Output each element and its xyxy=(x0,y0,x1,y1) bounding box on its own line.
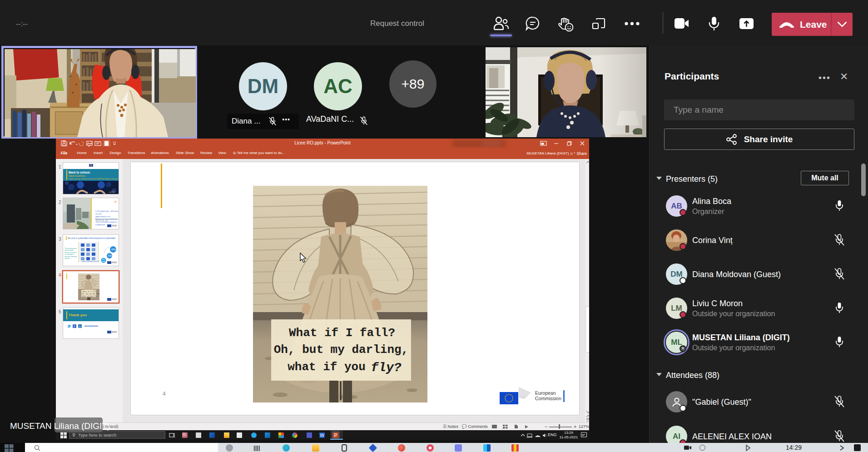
svg-text:eu2021: eu2021 xyxy=(109,191,115,193)
svg-text:what if you fly?: what if you fly? xyxy=(82,295,98,297)
svg-text:100% of schools use ICT in mid: 100% of schools use ICT in middle 2025 xyxy=(82,261,99,263)
svg-text:33%: 33% xyxy=(108,255,112,257)
svg-text:46%: 46% xyxy=(111,248,116,251)
svg-text:f: f xyxy=(74,325,75,328)
svg-text:in: in xyxy=(79,325,81,328)
svg-text:what if you: what if you xyxy=(288,360,366,374)
svg-text:Commission: Commission xyxy=(535,396,561,401)
svg-text:fly?: fly? xyxy=(371,361,401,375)
svg-text:Oh, but my darling,: Oh, but my darling, xyxy=(82,293,99,295)
svg-text:What if I fall?: What if I fall? xyxy=(289,326,395,340)
svg-text:European: European xyxy=(535,390,556,396)
svg-text:Oh, but my darling,: Oh, but my darling, xyxy=(274,343,408,357)
svg-text:What if I fall?: What if I fall? xyxy=(83,291,97,293)
